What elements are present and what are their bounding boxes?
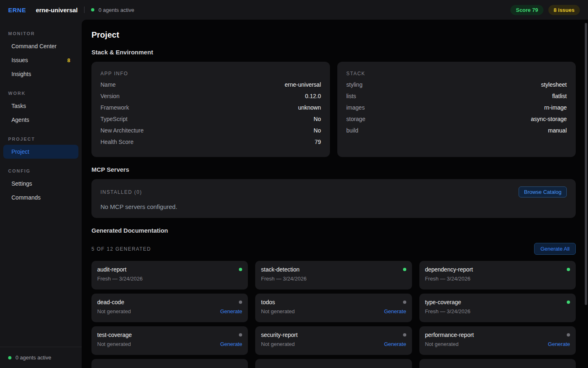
generate-link[interactable]: Generate bbox=[548, 341, 570, 347]
doc-card-dead-code[interactable]: dead-code Not generated Generate bbox=[91, 294, 248, 322]
main-panel: Project Stack & Environment APP INFO Nam… bbox=[82, 20, 588, 368]
stack-card: STACK styling stylesheet lists flatlist … bbox=[337, 62, 576, 157]
doc-card-partial[interactable] bbox=[91, 359, 248, 368]
app-info-row: Name erne-universal bbox=[100, 79, 321, 90]
stack-row: lists flatlist bbox=[346, 90, 567, 102]
stack-row: styling stylesheet bbox=[346, 79, 567, 90]
stack-env-heading: Stack & Environment bbox=[91, 49, 576, 56]
generate-all-button[interactable]: Generate All bbox=[534, 243, 576, 255]
doc-card-test-coverage[interactable]: test-coverage Not generated Generate bbox=[91, 326, 248, 355]
sidebar-footer: 0 agents active bbox=[0, 347, 82, 368]
stale-status-dot-icon bbox=[403, 301, 406, 304]
app-info-row: Version 0.12.0 bbox=[100, 90, 321, 102]
vertical-scrollbar[interactable] bbox=[585, 23, 587, 305]
sidebar-item-commands[interactable]: Commands bbox=[3, 191, 78, 204]
app-info-row: New Architecture No bbox=[100, 125, 321, 136]
mcp-card-header: INSTALLED (0) Browse Catalog bbox=[100, 186, 567, 197]
doc-card-audit-report[interactable]: audit-report Fresh — 3/24/2026 bbox=[91, 261, 248, 289]
score-badge[interactable]: Score 79 bbox=[510, 5, 543, 15]
app-info-card: APP INFO Name erne-universal Version 0.1… bbox=[91, 62, 330, 157]
sidebar-heading-project: PROJECT bbox=[0, 133, 82, 145]
doc-card-partial[interactable] bbox=[419, 359, 576, 368]
issues-badge[interactable]: 8 issues bbox=[548, 5, 580, 15]
doc-card-todos[interactable]: todos Not generated Generate bbox=[255, 294, 412, 322]
sidebar-heading-monitor: MONITOR bbox=[0, 28, 82, 39]
sidebar-section-project: PROJECT Project bbox=[0, 133, 82, 159]
generate-link[interactable]: Generate bbox=[220, 308, 242, 314]
brand-logo[interactable]: ERNE bbox=[8, 7, 26, 13]
sidebar-item-label: Issues bbox=[11, 57, 28, 63]
sidebar-heading-config: CONFIG bbox=[0, 165, 82, 177]
footer-status-dot-icon bbox=[8, 356, 11, 359]
sidebar-item-settings[interactable]: Settings bbox=[3, 177, 78, 191]
stack-card-label: STACK bbox=[346, 71, 567, 76]
app-info-row: Framework unknown bbox=[100, 102, 321, 113]
page-title: Project bbox=[91, 30, 576, 40]
sidebar-item-label: Project bbox=[11, 148, 29, 155]
app-info-card-label: APP INFO bbox=[100, 71, 321, 76]
sidebar-item-project[interactable]: Project bbox=[3, 145, 78, 159]
docs-toolbar: 5 OF 12 GENERATED Generate All bbox=[91, 243, 576, 255]
doc-card-dependency-report[interactable]: dependency-report Fresh — 3/24/2026 bbox=[419, 261, 576, 289]
app-info-row: Health Score 79 bbox=[100, 136, 321, 148]
sidebar-item-tasks[interactable]: Tasks bbox=[3, 99, 78, 113]
issues-count-badge: 8 bbox=[67, 57, 70, 63]
sidebar: MONITOR Command Center Issues 8 Insights… bbox=[0, 20, 82, 368]
sidebar-item-label: Insights bbox=[11, 71, 31, 77]
mcp-heading: MCP Servers bbox=[91, 166, 576, 173]
browse-catalog-button[interactable]: Browse Catalog bbox=[519, 186, 567, 197]
sidebar-section-config: CONFIG Settings Commands bbox=[0, 165, 82, 204]
project-name: erne-universal bbox=[36, 7, 78, 13]
sidebar-item-label: Command Center bbox=[11, 43, 57, 49]
sidebar-item-command-center[interactable]: Command Center bbox=[3, 39, 78, 53]
mcp-card: INSTALLED (0) Browse Catalog No MCP serv… bbox=[91, 179, 576, 218]
stack-row: storage async-storage bbox=[346, 113, 567, 125]
sidebar-section-work: WORK Tasks Agents bbox=[0, 88, 82, 127]
docs-grid: audit-report Fresh — 3/24/2026 stack-det… bbox=[91, 261, 576, 368]
stack-env-cards: APP INFO Name erne-universal Version 0.1… bbox=[91, 62, 576, 157]
sidebar-item-agents[interactable]: Agents bbox=[3, 113, 78, 127]
doc-card-stack-detection[interactable]: stack-detection Fresh — 3/24/2026 bbox=[255, 261, 412, 289]
generate-link[interactable]: Generate bbox=[384, 308, 406, 314]
divider bbox=[84, 7, 85, 13]
generate-link[interactable]: Generate bbox=[220, 341, 242, 347]
stale-status-dot-icon bbox=[567, 333, 570, 337]
sidebar-item-label: Settings bbox=[11, 180, 32, 187]
doc-card-type-coverage[interactable]: type-coverage Fresh — 3/24/2026 bbox=[419, 294, 576, 322]
mcp-empty-text: No MCP servers configured. bbox=[100, 203, 567, 210]
fresh-status-dot-icon bbox=[239, 268, 242, 271]
sidebar-section-monitor: MONITOR Command Center Issues 8 Insights bbox=[0, 28, 82, 81]
sidebar-item-insights[interactable]: Insights bbox=[3, 67, 78, 81]
agents-status-text: 0 agents active bbox=[98, 7, 134, 13]
fresh-status-dot-icon bbox=[567, 301, 570, 304]
app-info-row: TypeScript No bbox=[100, 113, 321, 125]
generate-link[interactable]: Generate bbox=[384, 341, 406, 347]
sidebar-item-label: Commands bbox=[11, 194, 41, 201]
stack-row: build manual bbox=[346, 125, 567, 136]
fresh-status-dot-icon bbox=[403, 268, 406, 271]
docs-progress-label: 5 OF 12 GENERATED bbox=[91, 246, 151, 252]
agents-status-dot-icon bbox=[91, 8, 94, 11]
sidebar-item-label: Tasks bbox=[11, 103, 26, 109]
docs-heading: Generated Documentation bbox=[91, 227, 576, 234]
topbar-badges: Score 79 8 issues bbox=[510, 5, 580, 15]
sidebar-heading-work: WORK bbox=[0, 88, 82, 99]
stale-status-dot-icon bbox=[403, 333, 406, 337]
sidebar-item-issues[interactable]: Issues 8 bbox=[3, 53, 78, 67]
fresh-status-dot-icon bbox=[567, 268, 570, 271]
stale-status-dot-icon bbox=[239, 301, 242, 304]
mcp-installed-label: INSTALLED (0) bbox=[100, 189, 142, 195]
topbar: ERNE erne-universal 0 agents active Scor… bbox=[0, 0, 588, 20]
footer-status-text: 0 agents active bbox=[16, 355, 51, 361]
stale-status-dot-icon bbox=[239, 333, 242, 337]
doc-card-security-report[interactable]: security-report Not generated Generate bbox=[255, 326, 412, 355]
doc-card-partial[interactable] bbox=[255, 359, 412, 368]
doc-card-performance-report[interactable]: performance-report Not generated Generat… bbox=[419, 326, 576, 355]
sidebar-item-label: Agents bbox=[11, 117, 29, 123]
stack-row: images rn-image bbox=[346, 102, 567, 113]
